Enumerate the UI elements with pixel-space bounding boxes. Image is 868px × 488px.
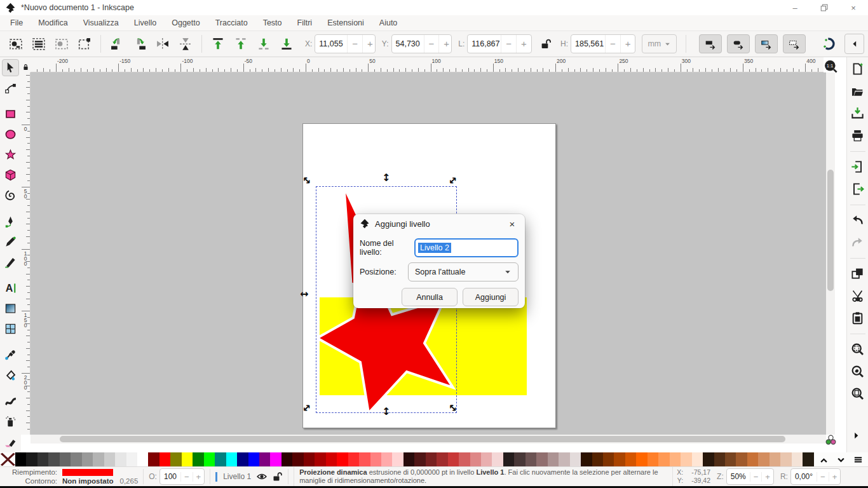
palette-swatch[interactable]: [448, 452, 459, 466]
palette-swatch[interactable]: [93, 452, 104, 466]
palette-swatch[interactable]: [559, 452, 569, 466]
vertical-scrollbar-thumb[interactable]: [827, 170, 834, 291]
palette-swatch[interactable]: [37, 452, 48, 466]
palette-swatch[interactable]: [603, 452, 614, 466]
palette-swatch[interactable]: [48, 452, 59, 466]
palette-swatch[interactable]: [71, 452, 81, 466]
rotate-cw-button[interactable]: [133, 37, 147, 51]
palette-swatch[interactable]: [459, 452, 470, 466]
palette-swatch[interactable]: [60, 452, 71, 466]
decrement-button[interactable]: −: [750, 472, 762, 482]
palette-swatch[interactable]: [104, 452, 115, 466]
star-tool[interactable]: [2, 146, 19, 163]
dropper-tool[interactable]: [2, 346, 19, 363]
palette-swatch[interactable]: [514, 452, 525, 466]
menu-modifica[interactable]: Modifica: [31, 15, 76, 30]
deselect-button[interactable]: [55, 37, 69, 51]
palette-swatch[interactable]: [692, 452, 703, 466]
increment-button[interactable]: +: [362, 35, 376, 53]
palette-swatch[interactable]: [359, 452, 370, 466]
cut-button[interactable]: [851, 289, 864, 302]
tweak-tool[interactable]: [2, 393, 19, 410]
palette-swatch[interactable]: [503, 452, 514, 466]
close-button[interactable]: ×: [839, 0, 868, 15]
spray-tool[interactable]: [2, 413, 19, 430]
palette-swatch[interactable]: [304, 452, 315, 466]
export-button[interactable]: [851, 182, 864, 196]
palette-swatch[interactable]: [636, 452, 647, 466]
palette-swatch[interactable]: [348, 452, 359, 466]
vertical-ruler[interactable]: 050100150200250: [21, 72, 31, 435]
canvas[interactable]: ↔ ↔ ↔ ↔ ↕ ↕ ↔ Aggiungi livello × Nome de…: [31, 72, 826, 435]
move-gradients-toggle[interactable]: [755, 34, 778, 53]
scale-corners-toggle[interactable]: [727, 34, 750, 53]
palette-swatch[interactable]: [315, 452, 325, 466]
x-value[interactable]: 11,055: [315, 39, 347, 48]
import-button[interactable]: [851, 160, 864, 173]
spiral-tool[interactable]: [2, 187, 19, 204]
palette-swatch[interactable]: [193, 452, 203, 466]
flip-vertical-button[interactable]: [179, 37, 193, 51]
vertical-scrollbar[interactable]: [826, 72, 835, 435]
fill-color-swatch[interactable]: [62, 469, 113, 476]
palette-swatch[interactable]: [370, 452, 381, 466]
horizontal-scrollbar[interactable]: [31, 435, 826, 444]
menu-livello[interactable]: Livello: [126, 15, 164, 30]
paste-button[interactable]: [851, 311, 864, 325]
dialog-close-button[interactable]: ×: [506, 219, 519, 229]
mesh-tool[interactable]: [2, 320, 19, 337]
gradient-tool[interactable]: [2, 300, 19, 317]
increment-button[interactable]: +: [193, 472, 205, 482]
print-button[interactable]: [851, 129, 864, 142]
horizontal-ruler[interactable]: -200-150-100-50050100150200250300350400: [21, 57, 824, 72]
palette-swatch[interactable]: [581, 452, 592, 466]
scale-stroke-toggle[interactable]: [699, 34, 722, 53]
select-all-button[interactable]: [9, 37, 23, 51]
palette-swatch[interactable]: [170, 452, 181, 466]
palette-menu-icon[interactable]: [853, 455, 863, 464]
text-tool[interactable]: A: [2, 280, 19, 297]
decrement-button[interactable]: −: [424, 35, 439, 53]
palette-swatch[interactable]: [670, 452, 681, 466]
palette-swatch[interactable]: [803, 452, 813, 466]
rotate-ccw-button[interactable]: [110, 37, 124, 51]
zoom-page-button[interactable]: [851, 387, 864, 400]
dialog-titlebar[interactable]: Aggiungi livello ×: [353, 214, 525, 233]
palette-swatch[interactable]: [82, 452, 93, 466]
box3d-tool[interactable]: [2, 166, 19, 184]
palette-swatch[interactable]: [426, 452, 437, 466]
lock-ratio-icon[interactable]: [541, 38, 552, 50]
decrement-button[interactable]: −: [605, 35, 620, 53]
add-button[interactable]: Aggiungi: [463, 288, 519, 306]
select-all-layers-button[interactable]: [32, 37, 46, 51]
palette-swatch[interactable]: [736, 452, 747, 466]
palette-swatch[interactable]: [281, 452, 292, 466]
chevron-up-icon[interactable]: [819, 455, 829, 464]
menu-visualizza[interactable]: Visualizza: [76, 15, 126, 30]
decrement-button[interactable]: −: [180, 472, 193, 482]
duplicate-button[interactable]: [851, 267, 864, 280]
palette-swatch[interactable]: [681, 452, 691, 466]
zoom-1-1-icon[interactable]: 1:1: [824, 59, 837, 73]
horizontal-scrollbar-thumb[interactable]: [60, 436, 785, 442]
calligraphy-tool[interactable]: [2, 254, 19, 271]
menu-tracciato[interactable]: Tracciato: [208, 15, 255, 30]
width-spinbox[interactable]: 116,867 − +: [467, 34, 532, 53]
chevron-down-icon[interactable]: [836, 455, 846, 464]
palette-swatch[interactable]: [481, 452, 492, 466]
eraser-tool[interactable]: [2, 433, 19, 451]
selection-bbox-button[interactable]: [78, 37, 92, 51]
layer-name-input[interactable]: Livello 2: [414, 238, 519, 257]
palette-swatch[interactable]: [703, 452, 714, 466]
open-file-button[interactable]: [851, 85, 864, 98]
collapse-snap-toolbar-button[interactable]: [844, 34, 864, 54]
restore-button[interactable]: [810, 0, 839, 15]
selector-tool[interactable]: [2, 59, 19, 76]
palette-swatch[interactable]: [747, 452, 758, 466]
palette-swatch[interactable]: [326, 452, 337, 466]
palette-swatch[interactable]: [437, 452, 447, 466]
palette-swatch[interactable]: [648, 452, 658, 466]
y-value[interactable]: 54,730: [392, 39, 424, 48]
palette-swatch[interactable]: [625, 452, 636, 466]
new-document-button[interactable]: [851, 62, 864, 76]
